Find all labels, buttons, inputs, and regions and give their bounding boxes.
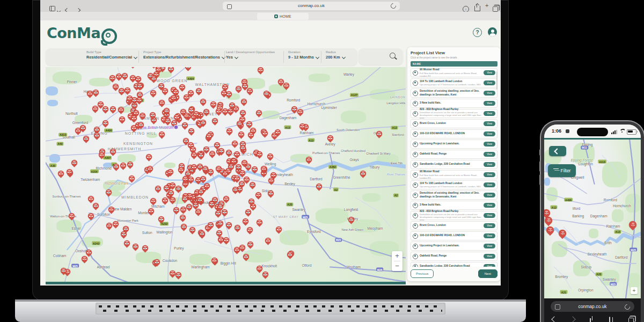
list-item[interactable]: 90 Monier RoadFull New build flats and c… [411,170,497,179]
help-button[interactable]: ? [473,28,482,37]
view-button[interactable]: View [484,101,495,106]
filter-value[interactable]: 200 Km [326,55,345,60]
pin-icon [413,172,418,178]
view-button[interactable]: View [484,223,495,228]
view-button[interactable]: View [484,152,495,157]
list-item[interactable]: Upcoming Project in Lewisham.View [411,140,497,149]
project-title[interactable]: 3 New build flats. [420,101,482,105]
list-item[interactable]: Sandbanks Lodge, 228 Carshalton RoadView [411,262,497,267]
filter-project-type[interactable]: Project TypeExtensions/Refurbishment/Res… [143,50,225,60]
phone-url-bar[interactable]: conmap.co.uk [551,301,634,312]
view-button[interactable]: View [484,244,495,248]
project-title[interactable]: Brent Cross, London [420,224,482,227]
list-item[interactable]: Oakfield Road, PengeView [411,252,497,261]
view-button[interactable]: View [484,91,495,96]
project-title[interactable]: Sandbanks Lodge, 228 Carshalton Road [420,163,482,166]
list-item[interactable]: 3 New build flats.View [411,99,497,108]
list-item[interactable]: Oakfield Road, PengeView [411,150,497,159]
list-item[interactable]: Sandbanks Lodge, 228 Carshalton RoadView [411,160,497,169]
map-zoom-control[interactable]: + − [392,251,402,271]
view-button[interactable]: View [484,264,495,267]
view-button[interactable]: View [484,70,495,75]
filter-build-type[interactable]: Build TypeResidential/Commercial [86,50,137,60]
zoom-out-button[interactable]: − [395,261,399,271]
phone-map-canvas[interactable]: Filter + EppingEpping ForestLoughtonChig… [544,140,641,298]
phone-forward-icon[interactable] [570,317,576,322]
list-item[interactable]: Brent Cross, LondonView [411,119,497,128]
new-tab-icon[interactable]: + [485,2,488,9]
project-title[interactable]: 823 - 833 Brighton Road Purley [420,210,482,213]
filter-button[interactable]: Filter [548,164,576,177]
project-title[interactable]: Upcoming Project in Lewisham. [420,142,482,145]
list-item[interactable]: 100-110 EDGWARE ROAD, LONDONView [411,231,497,240]
phone-back-icon[interactable] [551,317,557,322]
project-title[interactable]: 104 To 108 Lambeth Road London [420,80,482,83]
tab-home[interactable]: HOME [257,13,309,20]
phone-tabs-icon[interactable] [628,317,634,322]
filter-value[interactable]: Yes [226,55,275,60]
view-button[interactable]: View [484,193,495,197]
filter-radius[interactable]: Radius200 Km [326,50,345,60]
filter-duration[interactable]: Duration9 - 12 Months [288,50,319,60]
filter-value[interactable]: Extensions/Refurbishment/Restorations [143,55,225,60]
phone-bookmarks-icon[interactable] [609,317,614,322]
filter-value[interactable]: Residential/Commercial [86,55,137,60]
account-avatar[interactable] [488,27,497,36]
view-button[interactable]: View [484,162,495,167]
reader-icon[interactable] [227,4,232,12]
view-button[interactable]: View [484,182,495,187]
list-item[interactable]: 3 New build flats.View [411,201,497,210]
phone-zoom-in-button[interactable]: + [631,287,638,294]
downloads-icon[interactable]: ↓ [463,3,469,12]
list-item[interactable]: Demolition of existing dwelling; erectio… [411,89,497,98]
list-item[interactable]: 104 To 108 Lambeth Road LondonUpcoming p… [411,78,497,87]
zoom-in-button[interactable]: + [395,251,399,261]
project-title[interactable]: 100-110 EDGWARE ROAD, LONDON [420,132,482,135]
list-item[interactable]: Brent Cross, LondonView [411,221,497,230]
scrollbar[interactable] [496,71,498,90]
previous-button[interactable]: Previous [411,269,434,278]
project-title[interactable]: Oakfield Road, Penge [420,152,482,156]
project-title[interactable]: 90 Monier Road [420,170,482,173]
project-title[interactable]: 3 New build flats. [420,203,482,207]
view-button[interactable]: View [484,80,495,85]
phone-reader-icon[interactable] [555,304,560,310]
view-button[interactable]: View [484,121,495,126]
back-button[interactable] [549,146,566,156]
view-button[interactable]: View [484,213,495,218]
list-item[interactable]: 823 - 833 Brighton Road PurleyDemolition… [411,109,497,118]
list-item[interactable]: 104 To 108 Lambeth Road LondonUpcoming p… [411,180,497,189]
view-button[interactable]: View [484,254,495,259]
refresh-icon[interactable] [390,2,397,10]
project-title[interactable]: 823 - 833 Brighton Road Purley [420,108,482,111]
view-button[interactable]: View [484,142,495,147]
project-title[interactable]: Sandbanks Lodge, 228 Carshalton Road [420,265,482,267]
list-item[interactable]: 100-110 EDGWARE ROAD, LONDONView [411,129,497,138]
view-button[interactable]: View [484,111,495,116]
view-button[interactable]: View [484,233,495,238]
project-title[interactable]: 104 To 108 Lambeth Road London [420,182,482,185]
filter-value[interactable]: 9 - 12 Months [288,55,319,60]
view-button[interactable]: View [484,203,495,208]
url-bar[interactable]: conmap.co.uk [223,2,400,10]
project-title[interactable]: Upcoming Project in Lewisham. [420,244,482,247]
project-title[interactable]: Demolition of existing dwelling; erectio… [420,192,482,198]
view-button[interactable]: View [484,131,495,136]
list-item[interactable]: 823 - 833 Brighton Road PurleyDemolition… [411,211,497,220]
project-title[interactable]: 90 Monier Road [420,68,482,71]
filter-land-development-opportunities[interactable]: Land / Development OpportunitiesYes [226,50,275,60]
next-button[interactable]: Next [478,269,497,278]
list-item[interactable]: 90 Monier RoadFull New build flats and c… [411,68,497,77]
conmap-logo[interactable]: ConMa [47,25,117,41]
search-box[interactable] [358,48,403,65]
map-canvas[interactable]: WALTHAMSTOWWOOD GREENCAMDEN TOWNHACKNEYT… [46,67,406,284]
project-title[interactable]: 100-110 EDGWARE ROAD, LONDON [420,234,482,237]
project-title[interactable]: Brent Cross, London [420,122,482,125]
list-item[interactable]: Demolition of existing dwelling; erectio… [411,191,497,200]
project-title[interactable]: Demolition of existing dwelling; erectio… [420,90,482,96]
project-title[interactable]: Oakfield Road, Penge [420,254,482,258]
phone-share-icon[interactable] [590,317,595,322]
view-button[interactable]: View [484,172,495,177]
list-item[interactable]: Upcoming Project in Lewisham.View [411,241,497,251]
phone-refresh-icon[interactable] [624,303,631,311]
